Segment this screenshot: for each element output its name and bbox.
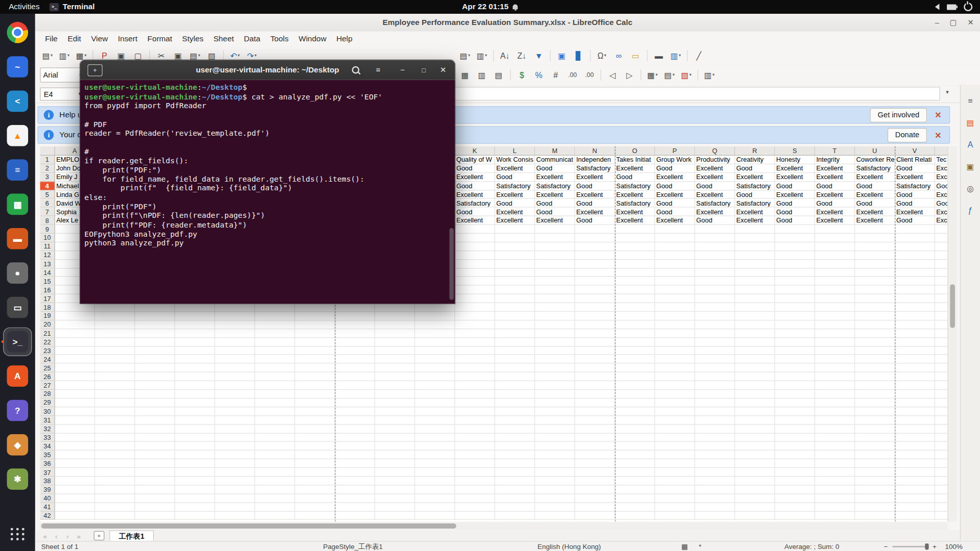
cell-J33[interactable] [415,433,455,442]
cell-L42[interactable] [495,511,535,520]
cell-T27[interactable] [815,381,855,390]
cell-N30[interactable] [575,407,615,416]
cell-F31[interactable] [255,416,295,424]
tool-insert-comment[interactable]: ▭ [628,48,643,63]
cell-R32[interactable] [735,424,775,433]
horizontal-scrollbar[interactable] [40,522,947,530]
tool-add-decimal[interactable]: .00 [565,67,580,82]
cell-M32[interactable] [535,424,575,433]
cell-K40[interactable] [455,494,495,503]
cell-M17[interactable] [535,294,575,303]
cell-U16[interactable] [855,286,895,294]
cell-M20[interactable] [535,320,575,329]
cell-R4[interactable]: Satisfactory [735,182,775,190]
cell-A36[interactable] [55,459,95,468]
cell-E33[interactable] [215,433,255,442]
cell-S32[interactable] [775,424,815,433]
cell-R13[interactable] [735,260,775,268]
cell-P3[interactable]: Excellent [655,173,695,182]
cell-V35[interactable] [895,450,935,459]
cell-L1[interactable]: Work Consis [495,156,535,164]
cell-P39[interactable] [655,485,695,494]
row-header-9[interactable]: 9 [40,225,55,234]
cell-L38[interactable] [495,477,535,485]
cell-P40[interactable] [655,494,695,503]
cell-P42[interactable] [655,511,695,520]
cell-K34[interactable] [455,442,495,450]
cell-W38[interactable] [935,477,947,485]
cell-M34[interactable] [535,442,575,450]
cell-C41[interactable] [135,503,175,511]
cell-O19[interactable] [615,312,655,320]
cell-G35[interactable] [295,450,335,459]
cell-N37[interactable] [575,468,615,477]
cell-E31[interactable] [215,416,255,424]
cell-T7[interactable]: Excellent [815,208,855,216]
cell-U6[interactable]: Good [855,199,895,208]
cell-I30[interactable] [375,407,415,416]
cell-W20[interactable] [935,320,947,329]
cell-G27[interactable] [295,381,335,390]
cell-L17[interactable] [495,294,535,303]
cell-A41[interactable] [55,503,95,511]
cell-D22[interactable] [175,338,215,346]
cell-U15[interactable] [855,277,895,286]
tool-insert-image[interactable]: ▣ [554,48,569,63]
search-button[interactable] [349,64,362,76]
cell-O38[interactable] [615,477,655,485]
cell-T16[interactable] [815,286,855,294]
cell-R23[interactable] [735,346,775,355]
tool-format-currency[interactable]: $ [514,67,529,82]
cell-Q7[interactable]: Excellent [695,208,735,216]
cell-L32[interactable] [495,424,535,433]
cell-O13[interactable] [615,260,655,268]
cell-S9[interactable] [775,225,815,234]
cell-F36[interactable] [255,459,295,468]
menu-view[interactable]: View [86,33,113,45]
column-header-N[interactable]: N [575,146,615,156]
cell-M1[interactable]: Communicat [535,156,575,164]
cell-K15[interactable] [455,277,495,286]
cell-T11[interactable] [815,242,855,251]
cell-N4[interactable]: Good [575,182,615,190]
row-header-24[interactable]: 24 [40,355,55,364]
cell-F41[interactable] [255,503,295,511]
cell-S26[interactable] [775,372,815,381]
cell-M13[interactable] [535,260,575,268]
cell-M15[interactable] [535,277,575,286]
cell-Q31[interactable] [695,416,735,424]
cell-A23[interactable] [55,346,95,355]
cell-C42[interactable] [135,511,175,520]
cell-K20[interactable] [455,320,495,329]
cell-P23[interactable] [655,346,695,355]
cell-D30[interactable] [175,407,215,416]
add-sheet-button[interactable]: + [94,531,105,540]
cell-G34[interactable] [295,442,335,450]
cell-M6[interactable]: Good [535,199,575,208]
cell-B28[interactable] [95,390,135,398]
cell-H29[interactable] [335,398,375,407]
cell-O1[interactable]: Takes Initiat [615,156,655,164]
cell-G19[interactable] [295,312,335,320]
menu-tools[interactable]: Tools [265,33,293,45]
cell-B19[interactable] [95,312,135,320]
cell-R41[interactable] [735,503,775,511]
cell-E41[interactable] [215,503,255,511]
cell-S15[interactable] [775,277,815,286]
cell-E24[interactable] [215,355,255,364]
cell-M29[interactable] [535,398,575,407]
cell-H31[interactable] [335,416,375,424]
cell-K25[interactable] [455,364,495,372]
cell-P28[interactable] [655,390,695,398]
cell-V6[interactable]: Good [895,199,935,208]
cell-K36[interactable] [455,459,495,468]
cell-K23[interactable] [455,346,495,355]
tool-special-character[interactable]: Ω▾ [594,48,609,63]
cell-U12[interactable] [855,251,895,260]
cell-S19[interactable] [775,312,815,320]
cell-O7[interactable]: Excellent [615,208,655,216]
cell-P7[interactable]: Good [655,208,695,216]
cell-Q22[interactable] [695,338,735,346]
cell-B36[interactable] [95,459,135,468]
cell-P15[interactable] [655,277,695,286]
